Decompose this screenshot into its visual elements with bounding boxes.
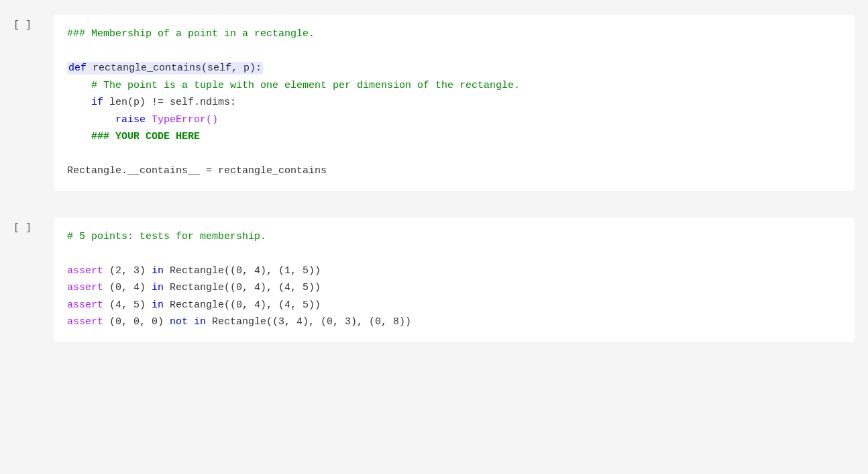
cell-2: [ ] # 5 points: tests for membership. as… [0,209,868,350]
cell-separator [0,199,868,209]
cell-2-content[interactable]: # 5 points: tests for membership. assert… [54,218,855,342]
def-keyword: def [68,62,87,74]
assert-1-text: (2, 3) [103,265,152,277]
cell-1-bracket: [ ] [0,15,54,34]
funcdef-highlight: def rectangle_contains(self, p): [67,62,263,75]
assert-3: assert [67,299,103,311]
assert-2: assert [67,282,103,293]
funcdef-name: rectangle_contains(self, p): [93,62,262,74]
cell-1: [ ] ### Membership of a point in a recta… [0,7,868,199]
assert-4: assert [67,316,103,328]
cell-1-content[interactable]: ### Membership of a point in a rectangle… [54,15,855,191]
assert-1: assert [67,265,103,277]
len-call: len(p) != self.ndims: [109,97,236,108]
in-2: in [152,282,164,293]
assert-2-call: Rectangle((0, 4), (4, 5)) [164,282,321,293]
in-3: in [152,299,164,311]
assert-4-text: (0, 0, 0) [103,316,170,328]
in-1: in [152,265,164,277]
comment-5points: # 5 points: tests for membership. [67,231,266,242]
assert-2-text: (0, 4) [103,282,152,293]
cell-2-code: # 5 points: tests for membership. assert… [67,228,841,331]
cell-1-code: ### Membership of a point in a rectangle… [67,26,841,180]
notebook-container: [ ] ### Membership of a point in a recta… [0,0,868,474]
raise-keyword: raise [115,114,146,126]
comment-membership: ### Membership of a point in a rectangle… [67,28,315,40]
if-keyword: if [91,97,103,108]
cell-2-bracket: [ ] [0,218,54,236]
type-error: TypeError() [152,114,218,126]
assert-4-call: Rectangle((3, 4), (0, 3), (0, 8)) [206,316,411,328]
todo-comment: ### YOUR CODE HERE [91,131,200,142]
comment-tuple: # The point is a tuple with one element … [91,80,520,91]
not-in-4: not in [170,316,206,328]
assert-3-text: (4, 5) [103,299,152,311]
assign-contains: Rectangle.__contains__ = rectangle_conta… [67,165,327,177]
assert-3-call: Rectangle((0, 4), (4, 5)) [164,299,321,311]
assert-1-call: Rectangle((0, 4), (1, 5)) [164,265,321,277]
